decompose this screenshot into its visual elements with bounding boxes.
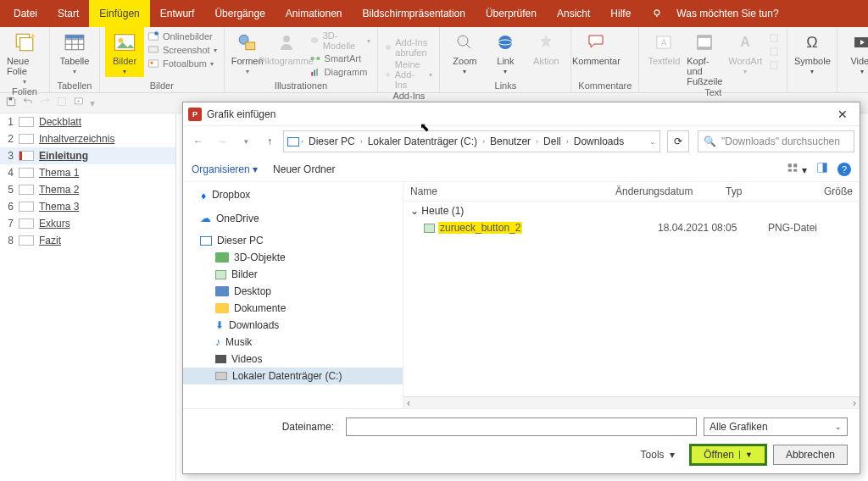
table-button[interactable]: Tabelle▾ <box>57 29 92 75</box>
tab-bildschirmpraesentation[interactable]: Bildschirmpräsentation <box>353 0 476 27</box>
tab-datei[interactable]: Datei <box>3 0 47 27</box>
online-pictures-button[interactable]: Onlinebilder <box>147 30 217 42</box>
tree-downloads[interactable]: ⬇Downloads <box>183 317 403 334</box>
organize-button[interactable]: Organisieren ▾ <box>192 163 258 175</box>
photoalbum-button[interactable]: Fotoalbum ▾ <box>147 58 217 69</box>
undo-icon[interactable] <box>22 96 34 110</box>
tree-desktop[interactable]: Desktop <box>183 283 403 300</box>
tab-uebergaenge[interactable]: Übergänge <box>204 0 275 27</box>
tab-ueberpruefen[interactable]: Überprüfen <box>476 0 547 27</box>
filetype-filter[interactable]: Alle Grafiken⌄ <box>704 417 848 436</box>
screenshot-button[interactable]: Screenshot ▾ <box>147 44 217 56</box>
open-button[interactable]: Öffnen▼ <box>690 445 766 465</box>
col-date: Änderungsdatum <box>615 185 726 197</box>
back-button[interactable]: ← <box>188 131 209 152</box>
link-button[interactable]: Link▾ <box>487 29 523 75</box>
ribbon-tabs: Datei Start Einfügen Entwurf Übergänge A… <box>0 0 868 27</box>
tree-dokumente[interactable]: Dokumente <box>183 300 403 317</box>
group-header[interactable]: ⌄ Heute (1) <box>403 202 860 220</box>
column-headers[interactable]: Name Änderungsdatum Typ Größe <box>403 182 860 202</box>
qat-more-icon[interactable]: ▾ <box>90 97 95 109</box>
crumb-pc[interactable]: Dieser PC <box>305 135 359 147</box>
tab-hilfe[interactable]: Hilfe <box>600 0 641 27</box>
crumb-downloads[interactable]: Downloads <box>570 135 627 147</box>
tree-3d[interactable]: 3D-Objekte <box>183 249 403 266</box>
refresh-button[interactable]: ⟳ <box>667 130 689 152</box>
crumb-disk[interactable]: Lokaler Datenträger (C:) <box>364 135 481 147</box>
new-slide-button[interactable]: Neue Folie▾ <box>7 29 42 86</box>
tell-me[interactable]: Was möchten Sie tun? <box>641 0 798 27</box>
action-button[interactable]: Aktion <box>528 29 564 66</box>
slide-thumb-1[interactable]: 1Deckblatt <box>0 113 175 130</box>
filename-input[interactable] <box>346 417 697 436</box>
my-addins-button[interactable]: Meine Add-Ins ▾ <box>385 59 432 90</box>
chart-button[interactable]: Diagramm <box>309 66 371 78</box>
up-button[interactable]: ↑ <box>259 131 280 152</box>
svg-rect-43 <box>823 163 827 173</box>
save-icon[interactable] <box>5 96 17 110</box>
text-extra-2[interactable] <box>768 46 780 58</box>
slide-thumb-6[interactable]: 6Thema 3 <box>0 198 175 215</box>
tree-bilder[interactable]: Bilder <box>183 266 403 283</box>
smartart-button[interactable]: SmartArt <box>309 53 371 64</box>
tab-ansicht[interactable]: Ansicht <box>547 0 600 27</box>
text-extra-1[interactable] <box>768 32 780 44</box>
svg-rect-13 <box>245 42 254 50</box>
view-button[interactable]: ▾ <box>786 162 807 176</box>
slide-thumb-4[interactable]: 4Thema 1 <box>0 164 175 181</box>
video-button[interactable]: Video▾ <box>844 29 868 75</box>
qat-4-icon[interactable] <box>56 96 68 110</box>
address-bar[interactable]: › Dieser PC› Lokaler Datenträger (C:)› B… <box>283 130 660 152</box>
redo-icon[interactable] <box>39 96 51 110</box>
tools-button[interactable]: Tools ▾ <box>641 449 676 461</box>
search-input[interactable]: 🔍"Downloads" durchsuchen <box>698 130 854 152</box>
comment-button[interactable]: Kommentar <box>578 29 614 66</box>
group-kommentare: Kommentare <box>578 80 632 92</box>
picture-icon <box>215 270 226 279</box>
text-extra-3[interactable] <box>768 59 780 71</box>
slide-thumb-2[interactable]: 2Inhaltverzeichnis <box>0 130 175 147</box>
svg-rect-32 <box>771 62 777 69</box>
shapes-button[interactable]: Formen▾ <box>231 29 264 75</box>
start-from-beginning-icon[interactable] <box>73 96 85 110</box>
svg-rect-41 <box>793 169 797 172</box>
recent-button[interactable]: ▾ <box>236 131 256 152</box>
tree-musik[interactable]: ♪Musik <box>183 334 403 351</box>
slide-thumb-5[interactable]: 5Thema 2 <box>0 181 175 198</box>
3d-models-button[interactable]: 3D-Modelle ▾ <box>309 30 371 51</box>
tree-dropbox[interactable]: ⬧Dropbox <box>183 185 403 204</box>
icons-button[interactable]: Piktogramme <box>269 29 304 66</box>
svg-text:A: A <box>741 35 751 49</box>
nav-tree: ⬧Dropbox ☁OneDrive Dieser PC 3D-Objekte … <box>183 182 403 408</box>
tree-videos[interactable]: Videos <box>183 351 403 368</box>
symbols-button[interactable]: ΩSymbole▾ <box>794 29 830 75</box>
svg-rect-2 <box>20 38 33 51</box>
tab-start[interactable]: Start <box>47 0 89 27</box>
horizontal-scrollbar[interactable]: ‹› <box>403 396 860 408</box>
help-icon[interactable]: ? <box>837 163 851 176</box>
get-addins-button[interactable]: Add-Ins abrufen <box>385 37 432 58</box>
file-row[interactable]: zurueck_button_2 18.04.2021 08:05 PNG-Da… <box>403 220 860 235</box>
slide-thumb-7[interactable]: 7Exkurs <box>0 215 175 232</box>
preview-pane-button[interactable] <box>815 162 829 176</box>
tree-disk-c[interactable]: Lokaler Datenträger (C:) <box>183 368 403 384</box>
crumb-users[interactable]: Benutzer <box>487 135 534 147</box>
powerpoint-icon: P <box>188 108 202 121</box>
svg-rect-40 <box>787 169 791 172</box>
tree-this-pc[interactable]: Dieser PC <box>183 232 403 249</box>
textbox-button[interactable]: ATextfeld <box>646 29 682 66</box>
tree-onedrive[interactable]: ☁OneDrive <box>183 209 403 227</box>
tab-entwurf[interactable]: Entwurf <box>150 0 205 27</box>
tab-animationen[interactable]: Animationen <box>275 0 353 27</box>
new-folder-button[interactable]: Neuer Ordner <box>273 163 335 175</box>
zoom-button[interactable]: Zoom▾ <box>447 29 482 75</box>
tab-einfuegen[interactable]: Einfügen <box>89 0 149 27</box>
header-footer-button[interactable]: Kopf- und Fußzeile <box>687 29 722 86</box>
slide-thumb-8[interactable]: 8Fazit <box>0 232 175 249</box>
cancel-button[interactable]: Abbrechen <box>773 445 848 465</box>
wordart-button[interactable]: AWordArt▾ <box>727 29 763 75</box>
close-icon[interactable]: ✕ <box>831 108 854 121</box>
crumb-dell[interactable]: Dell <box>540 135 565 147</box>
pictures-button[interactable]: Bilder▾ <box>107 29 142 75</box>
slide-thumb-3[interactable]: 3Einleitung <box>0 147 175 164</box>
